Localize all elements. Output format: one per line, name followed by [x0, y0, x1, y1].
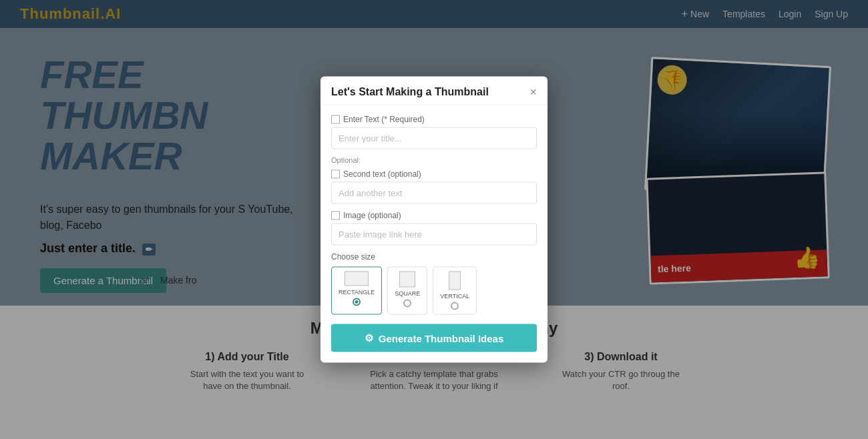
- rectangle-label: RECTANGLE: [339, 289, 375, 296]
- modal-close-button[interactable]: ×: [529, 86, 537, 98]
- square-icon: [399, 272, 415, 288]
- image-checkbox[interactable]: [331, 211, 340, 220]
- modal: Let's Start Making a Thumbnail × Enter T…: [320, 77, 548, 363]
- rectangle-radio[interactable]: [353, 298, 361, 306]
- second-text-label: Second text (optional): [331, 169, 537, 179]
- modal-title: Let's Start Making a Thumbnail: [331, 86, 489, 98]
- text-field-label: Enter Text (* Required): [331, 115, 537, 124]
- size-square[interactable]: SQUARE: [387, 267, 427, 315]
- image-field-label: Image (optional): [331, 211, 537, 220]
- modal-body: Enter Text (* Required) Optional: Second…: [320, 105, 548, 363]
- size-rectangle[interactable]: RECTANGLE: [331, 267, 382, 315]
- image-input[interactable]: [331, 224, 537, 246]
- generate-thumbnail-button[interactable]: ⚙ Generate Thumbnail Ideas: [331, 324, 537, 352]
- title-input[interactable]: [331, 127, 537, 149]
- size-vertical[interactable]: VERTICAL: [433, 267, 477, 315]
- vertical-icon: [449, 272, 461, 290]
- square-radio[interactable]: [403, 300, 411, 308]
- size-options: RECTANGLE SQUARE VERTICAL: [331, 267, 537, 315]
- modal-header: Let's Start Making a Thumbnail ×: [320, 77, 548, 105]
- square-label: SQUARE: [395, 290, 420, 297]
- second-text-checkbox[interactable]: [331, 169, 340, 178]
- rectangle-icon: [345, 272, 369, 286]
- vertical-label: VERTICAL: [440, 293, 469, 300]
- second-text-input[interactable]: [331, 182, 537, 204]
- generate-icon: ⚙: [365, 332, 373, 344]
- size-label: Choose size: [331, 252, 537, 262]
- text-checkbox[interactable]: [331, 115, 340, 123]
- optional-label: Optional:: [331, 156, 537, 164]
- vertical-radio[interactable]: [451, 302, 459, 310]
